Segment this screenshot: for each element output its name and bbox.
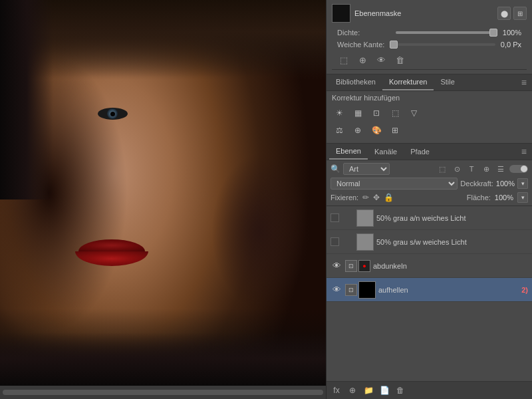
korrektur-section: Korrektur hinzufügen ☀ ▦ ⊡ ⬚ ▽ ⚖ ⊕ 🎨 ⊞ [327, 91, 532, 144]
layer-mask-icon: ● [358, 260, 370, 272]
mask-tool-paint[interactable]: ⊕ [356, 53, 369, 66]
layer-filter-icons: ⬚ ⊙ T ⊕ ☰ [436, 163, 507, 175]
korrektur-icon-exposure[interactable]: ⬚ [388, 106, 402, 120]
canvas-image [0, 0, 326, 386]
deckkraft-label: Deckkraft: [460, 180, 493, 188]
bottom-icon-folder[interactable]: 📁 [362, 384, 374, 396]
canvas-area [0, 0, 326, 399]
eye-iris [107, 108, 118, 119]
bottom-icon-fx[interactable]: fx [331, 384, 342, 396]
mask-toolbar: ⬚ ⊕ 👁 🗑 [332, 51, 527, 70]
mask-tool-select[interactable]: ⬚ [337, 53, 350, 66]
layer-name: 50% grau s/w weiches Licht [376, 238, 528, 246]
tab-bibliotheken[interactable]: Bibliotheken [329, 74, 382, 90]
layer-visibility-icon[interactable]: 👁 [331, 284, 342, 296]
mask-icon-grid[interactable]: ⊞ [513, 7, 527, 20]
dichte-value: 100% [503, 29, 521, 37]
korrektur-icon-sun[interactable]: ☀ [332, 106, 346, 120]
korrektur-icon-levels[interactable]: ▦ [350, 106, 365, 120]
layer-visibility-icon[interactable] [342, 212, 354, 224]
bottom-panel: fx ⊕ 📁 📄 🗑 [327, 381, 532, 399]
mask-icons: ⬤ ⊞ [497, 7, 527, 20]
korrektur-icon-channelmixer[interactable]: ⊞ [388, 123, 402, 138]
eye-pupil [110, 112, 115, 116]
deckkraft-btn[interactable]: ▾ [517, 178, 528, 189]
filter-icon-plus[interactable]: ⊕ [480, 163, 492, 175]
layer-thumbnail [356, 233, 374, 251]
blend-row: Normal Deckkraft: 100% ▾ [331, 178, 528, 190]
eye-area [98, 108, 138, 124]
dichte-slider[interactable] [396, 31, 497, 34]
layer-type-icons: ⊡ [345, 281, 376, 299]
mask-tool-eye[interactable]: 👁 [374, 53, 388, 66]
filter-toggle[interactable] [509, 165, 528, 173]
dichte-slider-fill [396, 31, 497, 34]
fixieren-label: Fixieren: [331, 194, 358, 201]
layer-adjustment-icon: ⊡ [345, 284, 357, 296]
fixieren-icon-lock[interactable]: 🔒 [384, 193, 394, 202]
tab-korrekturen[interactable]: Korrekturen [382, 74, 434, 90]
tab-kanaele[interactable]: Kanäle [368, 144, 404, 159]
korrektur-title: Korrektur hinzufügen [332, 94, 527, 102]
mask-tool-delete[interactable]: 🗑 [393, 53, 406, 66]
korrektur-icon-gradient[interactable]: ▽ [406, 106, 421, 120]
layer-item-selected[interactable]: 👁 ⊡ aufhellen 2) [327, 278, 532, 302]
right-panel: Ebenenmaske ⬤ ⊞ Dichte: 100% Weiche Kant… [326, 0, 532, 399]
filter-icon-text[interactable]: T [466, 163, 477, 175]
blend-mode-select[interactable]: Normal [331, 178, 458, 190]
fixieren-icon-move[interactable]: ✥ [373, 193, 380, 202]
weiche-kante-thumb[interactable] [390, 41, 398, 49]
canvas-scrollbar-track[interactable] [3, 390, 323, 395]
tab-ebenen[interactable]: Ebenen [329, 144, 368, 160]
mask-header: Ebenenmaske ⬤ ⊞ [332, 4, 527, 23]
filter-icon-menu[interactable]: ☰ [495, 163, 507, 175]
weiche-kante-row: Weiche Kante: 0,0 Px [332, 39, 527, 51]
tab-pfade[interactable]: Pfade [404, 144, 436, 159]
layer-filter-select[interactable]: Art [343, 163, 390, 175]
weiche-kante-value: 0,0 Px [501, 41, 521, 49]
flache-btn[interactable]: ▾ [517, 192, 528, 203]
ebenen-tabs: Ebenen Kanäle Pfade ≡ [327, 144, 532, 160]
fixieren-icon-pencil[interactable]: ✏ [362, 193, 369, 202]
correction-tabs-menu[interactable]: ≡ [519, 77, 529, 88]
hair-left [0, 0, 53, 200]
filter-icon-grid[interactable]: ⬚ [436, 163, 448, 175]
layer-filter-row: 🔍 Art ⬚ ⊙ T ⊕ ☰ [331, 163, 528, 175]
bottom-icon-delete[interactable]: 🗑 [394, 384, 406, 396]
mask-thumbnail [332, 4, 350, 23]
lower-lip [75, 251, 148, 266]
korrektur-icons-row1: ☀ ▦ ⊡ ⬚ ▽ [332, 106, 527, 120]
flache-label: Fläche: [467, 194, 491, 201]
layer-checkbox[interactable] [331, 237, 339, 246]
upper-lip [78, 239, 145, 251]
clothing [0, 332, 326, 386]
flache-value: 100% [495, 194, 513, 201]
dichte-slider-thumb[interactable] [489, 29, 497, 37]
layer-checkbox[interactable] [331, 213, 339, 222]
layer-adjustment-icon: ⊡ [345, 260, 357, 272]
korrektur-icon-curves[interactable]: ⊡ [369, 106, 384, 120]
filter-icon-circle[interactable]: ⊙ [451, 163, 463, 175]
layer-visibility-icon[interactable]: 👁 [331, 260, 342, 272]
layer-item[interactable]: 👁 ⊡ ● abdunkeln [327, 254, 532, 278]
weiche-kante-slider[interactable] [396, 43, 495, 46]
korrektur-icon-colorbalance[interactable]: ⊕ [350, 123, 365, 138]
tab-stile[interactable]: Stile [434, 74, 461, 90]
layer-item[interactable]: 50% grau s/w weiches Licht [327, 230, 532, 254]
korrektur-icon-hsl[interactable]: ⚖ [332, 123, 346, 138]
correction-tabs: Bibliotheken Korrekturen Stile ≡ [327, 74, 532, 91]
bottom-icon-circle[interactable]: ⊕ [346, 384, 358, 396]
ebenen-tabs-menu[interactable]: ≡ [519, 146, 529, 157]
canvas-scrollbar[interactable] [0, 386, 326, 399]
mask-icon-circle[interactable]: ⬤ [497, 7, 511, 20]
layer-controls: 🔍 Art ⬚ ⊙ T ⊕ ☰ Normal Deckkraft: 100% ▾ [327, 160, 532, 206]
layer-name: 50% grau a/n weiches Licht [376, 214, 528, 222]
layer-item[interactable]: 50% grau a/n weiches Licht [327, 206, 532, 230]
deckkraft-value: 100% [496, 180, 515, 188]
mask-title: Ebenenmaske [354, 9, 493, 17]
bottom-icon-page[interactable]: 📄 [378, 384, 390, 396]
korrektur-icon-photo[interactable]: 🎨 [369, 123, 384, 138]
layer-visibility-icon[interactable] [342, 236, 354, 248]
layer-name: aufhellen [378, 286, 519, 294]
dichte-row: Dichte: 100% [332, 27, 527, 39]
